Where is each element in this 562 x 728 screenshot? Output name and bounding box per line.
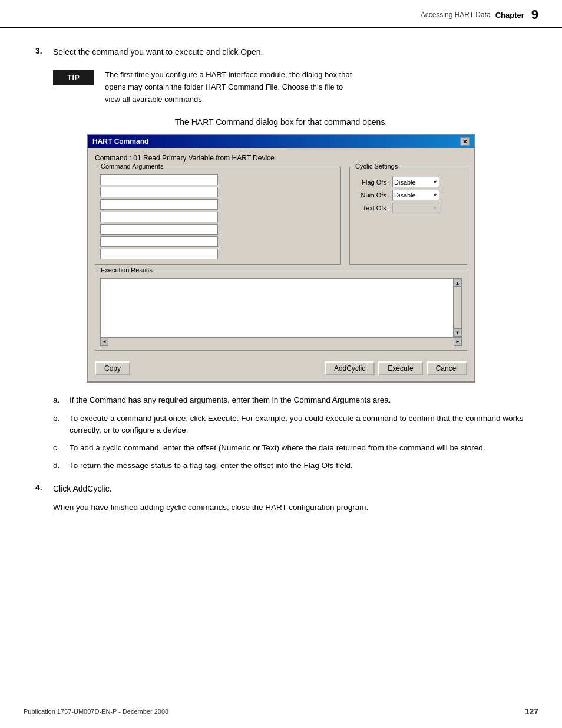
cyclic-group: Cyclic Settings Flag Ofs : Disable ▼ (349, 167, 467, 265)
step-4-sub: When you have finished adding cyclic com… (53, 501, 527, 514)
hart-command-dialog: HART Command ✕ Command : 01 Read Primary… (87, 134, 475, 383)
cmd-arg-input-2[interactable] (100, 187, 218, 197)
scroll-left-btn[interactable]: ◄ (100, 338, 108, 346)
scroll-right-btn[interactable]: ► (454, 338, 462, 346)
tip-badge: TIP (53, 70, 94, 85)
scroll-down-btn[interactable]: ▼ (454, 328, 462, 337)
cyclic-flag-row: Flag Ofs : Disable ▼ (355, 177, 462, 187)
cyclic-rows: Flag Ofs : Disable ▼ Num Ofs : Disable (355, 177, 462, 213)
cmd-arg-input-7[interactable] (100, 249, 218, 259)
cmd-arg-input-1[interactable] (100, 174, 218, 185)
cmd-arg-input-3[interactable] (100, 199, 218, 210)
cyclic-legend: Cyclic Settings (353, 163, 399, 170)
dialog-command-label: Command : 01 Read Primary Variable from … (95, 154, 467, 162)
cyclic-flag-value: Disable (394, 179, 416, 186)
step-4-block: 4. Click AddCyclic. (35, 483, 527, 495)
execute-button[interactable]: Execute (378, 361, 422, 375)
cancel-button[interactable]: Cancel (427, 361, 467, 375)
scroll-track-v (454, 287, 461, 328)
cmd-args-group: Command Arguments (95, 167, 341, 265)
list-item-d: d. To return the message status to a fla… (53, 460, 527, 472)
item-text-a: If the Command has any required argument… (70, 394, 527, 406)
scroll-up-btn[interactable]: ▲ (454, 279, 462, 287)
cyclic-num-label: Num Ofs : (355, 192, 390, 199)
lettered-list: a. If the Command has any required argum… (53, 394, 527, 472)
list-item-a: a. If the Command has any required argum… (53, 394, 527, 406)
dialog-columns: Command Arguments (95, 167, 467, 265)
page-header: Accessing HART Data Chapter 9 (0, 0, 562, 28)
exec-results-area[interactable]: ▲ ▼ (100, 278, 462, 337)
step-4-text: Click AddCyclic. (53, 483, 112, 495)
cmd-arg-input-4[interactable] (100, 212, 218, 222)
cyclic-num-row: Num Ofs : Disable ▼ (355, 190, 462, 200)
cyclic-num-arrow: ▼ (432, 192, 438, 198)
addcyclic-button[interactable]: AddCyclic (325, 361, 375, 375)
tip-container: TIP The first time you configure a HART … (53, 69, 527, 106)
dialog-intro: The HART Command dialog box for that com… (35, 117, 527, 127)
cyclic-flag-arrow: ▼ (432, 179, 438, 185)
cyclic-text-select[interactable]: ▼ (392, 203, 439, 213)
exec-group: Execution Results ▲ ▼ ◄ (95, 271, 467, 351)
cmd-input-row-3 (100, 199, 336, 210)
header-chapter-label: Chapter (495, 11, 524, 19)
item-text-b: To execute a command just once, click Ex… (70, 413, 527, 437)
list-item-c: c. To add a cyclic command, enter the of… (53, 442, 527, 454)
cmd-input-row-5 (100, 224, 336, 235)
dialog-title: HART Command (92, 137, 148, 146)
item-letter-a: a. (53, 394, 70, 406)
footer-page-num: 127 (525, 707, 538, 716)
cyclic-flag-select[interactable]: Disable ▼ (392, 177, 439, 187)
step-3-text: Select the command you want to execute a… (53, 46, 263, 58)
cyclic-text-arrow: ▼ (432, 205, 438, 211)
step-3-block: 3. Select the command you want to execut… (35, 46, 527, 58)
step-3-number: 3. (35, 46, 53, 55)
dialog-close-button[interactable]: ✕ (460, 137, 470, 146)
exec-scrollbar-v[interactable]: ▲ ▼ (453, 279, 461, 337)
cyclic-flag-label: Flag Ofs : (355, 179, 390, 186)
copy-button[interactable]: Copy (95, 361, 130, 375)
item-letter-b: b. (53, 413, 70, 424)
tip-text: The first time you configure a HART inte… (105, 69, 352, 106)
cmd-arg-input-6[interactable] (100, 236, 218, 247)
page-content: 3. Select the command you want to execut… (0, 28, 562, 537)
header-chapter-num: 9 (531, 7, 538, 22)
item-letter-d: d. (53, 460, 70, 472)
cmd-arg-input-5[interactable] (100, 224, 218, 235)
cmd-input-row-6 (100, 236, 336, 247)
cyclic-text-row: Text Ofs : ▼ (355, 203, 462, 213)
list-item-b: b. To execute a command just once, click… (53, 413, 527, 437)
cyclic-num-value: Disable (394, 192, 416, 199)
cmd-input-row-2 (100, 187, 336, 197)
item-text-c: To add a cyclic command, enter the offse… (70, 442, 527, 454)
cmd-input-row-7 (100, 249, 336, 259)
footer-publication: Publication 1757-UM007D-EN-P - December … (24, 708, 168, 715)
item-letter-c: c. (53, 442, 70, 454)
cmd-input-row-4 (100, 212, 336, 222)
exec-area-row: ▲ ▼ (100, 275, 462, 337)
exec-scrollbar-h[interactable]: ◄ ► (100, 337, 462, 345)
exec-legend: Execution Results (99, 266, 154, 274)
cyclic-num-select[interactable]: Disable ▼ (392, 190, 439, 200)
step-4-number: 4. (35, 483, 53, 492)
cyclic-text-label: Text Ofs : (355, 205, 390, 212)
exec-area-container: ▲ ▼ ◄ ► (100, 275, 462, 345)
header-section-title: Accessing HART Data (421, 11, 491, 19)
dialog-titlebar: HART Command ✕ (88, 135, 474, 148)
cmd-args-inputs (100, 174, 336, 259)
dialog-body: Command : 01 Read Primary Variable from … (88, 148, 474, 361)
dialog-buttons: Copy AddCyclic Execute Cancel (88, 361, 474, 381)
cmd-input-row-1 (100, 174, 336, 185)
item-text-d: To return the message status to a flag t… (70, 460, 527, 472)
page-footer: Publication 1757-UM007D-EN-P - December … (24, 707, 538, 716)
cmd-args-legend: Command Arguments (99, 163, 165, 170)
